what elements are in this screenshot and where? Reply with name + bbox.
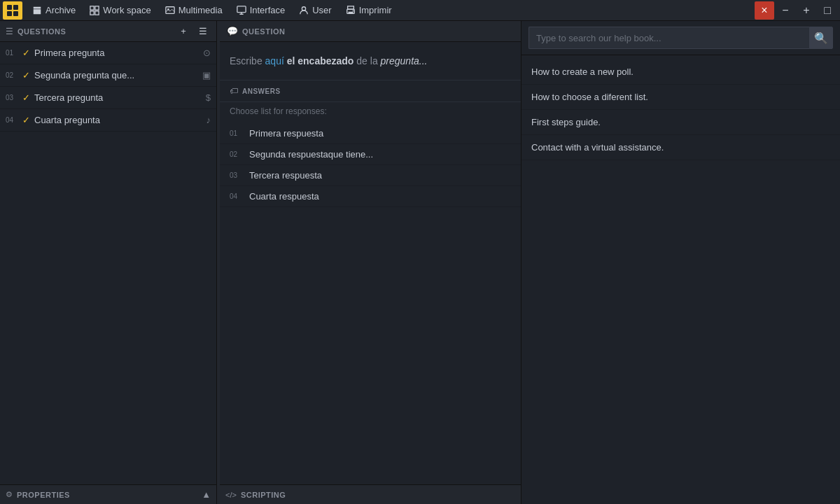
help-link-3[interactable]: First steps guide.: [522, 110, 840, 135]
question-header-title: QUESTION: [242, 27, 285, 36]
help-panel: 🔍 How to create a new poll. How to choos…: [522, 21, 840, 504]
question-type-icon-1: ⊙: [203, 48, 211, 58]
app-logo: [3, 1, 22, 20]
question-header-icon: 💬: [227, 26, 238, 36]
question-text-2: Segunda pregunta que...: [34, 70, 198, 80]
questions-icon: ☰: [6, 27, 13, 36]
svg-rect-4: [90, 6, 94, 9]
svg-rect-10: [237, 6, 246, 12]
help-link-2[interactable]: How to choose a diferent list.: [522, 85, 840, 110]
maximize-button[interactable]: +: [797, 1, 816, 20]
menu-item-multimedia[interactable]: Multimedia: [158, 0, 230, 21]
help-search-input[interactable]: [528, 27, 809, 49]
questions-panel-header: ☰ QUESTIONS + ☰: [0, 21, 216, 42]
choose-list-label: Choose list for responses:: [220, 102, 521, 123]
question-text-editor[interactable]: Escribe aquí el encabezado de la pregunt…: [220, 42, 521, 80]
answer-item-2[interactable]: 02 Segunda respuestaque tiene...: [220, 144, 521, 165]
question-text-3: Tercera pregunta: [34, 92, 202, 103]
editor-mid: de la: [354, 55, 380, 66]
svg-rect-3: [13, 11, 18, 16]
check-icon-4: ✓: [22, 115, 30, 125]
answers-section: 🏷 ANSWERS Choose list for responses: 01 …: [220, 80, 521, 484]
question-text-1: Primera pregunta: [34, 48, 199, 58]
menu-item-user[interactable]: User: [292, 0, 338, 21]
editor-link: aquí: [265, 55, 284, 66]
add-question-button[interactable]: +: [176, 24, 191, 39]
help-search-button[interactable]: 🔍: [809, 27, 833, 49]
answers-header: 🏷 ANSWERS: [220, 80, 521, 102]
menu-item-imprimir[interactable]: Imprimir: [339, 0, 399, 21]
questions-panel: ☰ QUESTIONS + ☰ 01 ✓ Primera pregunta ⊙ …: [0, 21, 217, 504]
question-editor-header: 💬 QUESTION: [220, 21, 521, 42]
editor-italic: pregunta...: [381, 55, 428, 66]
menu-item-workspace[interactable]: Work space: [83, 0, 158, 21]
check-icon-2: ✓: [22, 70, 30, 80]
svg-rect-1: [13, 5, 18, 10]
editor-prefix: Escribe: [230, 55, 265, 66]
svg-point-11: [302, 6, 306, 10]
scripting-icon: </>: [225, 491, 237, 499]
main-layout: ☰ QUESTIONS + ☰ 01 ✓ Primera pregunta ⊙ …: [0, 21, 840, 504]
svg-rect-2: [7, 11, 12, 16]
answers-tag-icon: 🏷: [230, 86, 238, 96]
answer-item-1[interactable]: 01 Primera respuesta: [220, 123, 521, 144]
answer-text-4: Cuarta respuesta: [249, 191, 319, 202]
svg-rect-5: [95, 6, 99, 9]
svg-rect-7: [95, 10, 99, 14]
question-item-2[interactable]: 02 ✓ Segunda pregunta que... ▣: [0, 64, 216, 87]
help-link-1[interactable]: How to create a new poll.: [522, 59, 840, 85]
minimize-button[interactable]: −: [776, 1, 795, 20]
questions-menu-button[interactable]: ☰: [195, 24, 211, 39]
question-type-icon-3: $: [206, 92, 211, 103]
help-link-4[interactable]: Contact with a virtual assistance.: [522, 135, 840, 160]
answers-title: ANSWERS: [242, 88, 281, 95]
help-links-list: How to create a new poll. How to choose …: [522, 55, 840, 504]
menu-item-interface[interactable]: Interface: [230, 0, 293, 21]
help-search-bar: 🔍: [522, 21, 840, 55]
properties-title: PROPERTIES: [17, 491, 70, 499]
questions-title: QUESTIONS: [18, 27, 172, 36]
question-item-3[interactable]: 03 ✓ Tercera pregunta $: [0, 87, 216, 109]
svg-rect-6: [90, 10, 94, 14]
properties-expand-button[interactable]: ▲: [202, 489, 211, 500]
question-item-1[interactable]: 01 ✓ Primera pregunta ⊙: [0, 42, 216, 64]
answer-text-2: Segunda respuestaque tiene...: [249, 149, 373, 160]
answer-text-1: Primera respuesta: [249, 128, 323, 139]
window-controls: × − + □: [755, 1, 837, 20]
answer-item-3[interactable]: 03 Tercera respuesta: [220, 165, 521, 186]
scripting-footer: </> SCRIPTING: [220, 484, 521, 504]
question-text-4: Cuarta pregunta: [34, 115, 202, 125]
properties-footer: ⚙ PROPERTIES ▲: [0, 484, 216, 504]
answer-text-3: Tercera respuesta: [249, 170, 322, 181]
question-item-4[interactable]: 04 ✓ Cuarta pregunta ♪: [0, 109, 216, 132]
question-type-icon-4: ♪: [206, 115, 211, 125]
answer-item-4[interactable]: 04 Cuarta respuesta: [220, 186, 521, 207]
question-editor-panel: 💬 QUESTION Escribe aquí el encabezado de…: [220, 21, 522, 504]
editor-bold: el encabezado: [284, 55, 354, 66]
menu-item-archive[interactable]: Archive: [25, 0, 83, 21]
properties-icon: ⚙: [6, 490, 13, 499]
question-type-icon-2: ▣: [202, 70, 211, 80]
svg-rect-14: [348, 11, 353, 13]
menu-bar: Archive Work space Multimedia Interface …: [0, 0, 840, 21]
scripting-title: SCRIPTING: [241, 491, 286, 499]
svg-rect-0: [7, 5, 12, 10]
check-icon-1: ✓: [22, 48, 30, 58]
check-icon-3: ✓: [22, 92, 30, 103]
close-button[interactable]: ×: [755, 1, 774, 20]
question-list: 01 ✓ Primera pregunta ⊙ 02 ✓ Segunda pre…: [0, 42, 216, 484]
restore-button[interactable]: □: [818, 1, 837, 20]
svg-point-15: [352, 10, 354, 11]
